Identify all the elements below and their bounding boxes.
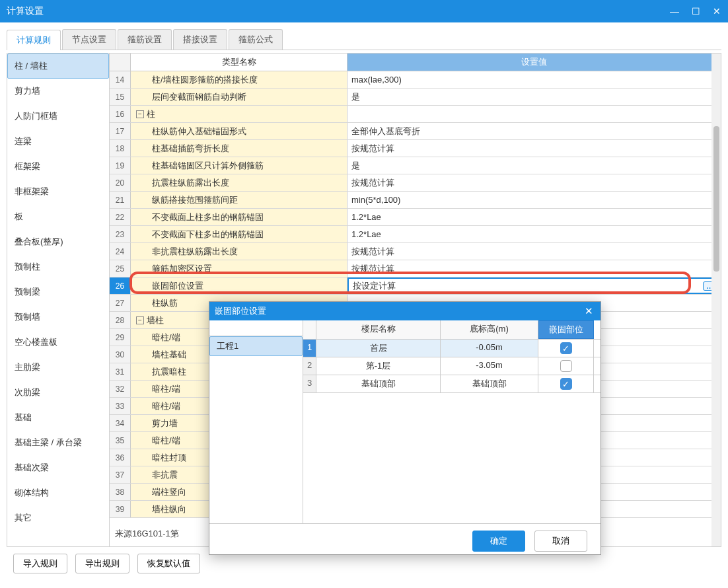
table-row[interactable]: 16−柱 [110, 106, 721, 123]
sidebar-item-13[interactable]: 次肋梁 [7, 380, 109, 405]
tab-0[interactable]: 计算规则 [7, 30, 61, 50]
rule-name-cell: 非抗震柱纵筋露出长度 [131, 243, 347, 260]
dialog-table-row[interactable]: 3基础顶部基础顶部✓ [303, 375, 601, 393]
tab-4[interactable]: 箍筋公式 [229, 29, 283, 50]
row-number: 36 [110, 449, 131, 466]
dialog-close-icon[interactable]: ✕ [582, 305, 595, 318]
row-number: 21 [110, 192, 131, 208]
table-row[interactable]: 23不变截面下柱多出的钢筋锚固1.2*Lae [110, 226, 721, 243]
rule-value-cell[interactable]: 1.2*Lae [347, 226, 721, 242]
dialog-table-row[interactable]: 2第-1层-3.05m [303, 357, 601, 375]
rule-value-cell[interactable]: 按规范计算 [347, 174, 721, 191]
dialog-titlebar: 嵌固部位设置 ✕ [209, 302, 601, 320]
tab-3[interactable]: 搭接设置 [173, 29, 227, 50]
dialog-cancel-button[interactable]: 取消 [534, 531, 587, 552]
row-number: 31 [110, 363, 131, 380]
sidebar-item-1[interactable]: 剪力墙 [7, 79, 109, 104]
scrollbar-thumb[interactable] [713, 126, 719, 272]
table-row[interactable]: 21纵筋搭接范围箍筋间距min(5*d,100) [110, 192, 721, 209]
table-row[interactable]: 20抗震柱纵筋露出长度按规范计算 [110, 174, 721, 192]
collapse-icon[interactable]: − [136, 316, 144, 324]
dialog-col-floor: 楼层名称 [316, 320, 441, 339]
sidebar-item-8[interactable]: 预制柱 [7, 254, 109, 279]
dialog-row-index: 2 [303, 357, 316, 375]
table-row[interactable]: 25箍筋加密区设置按规范计算 [110, 260, 721, 277]
table-row[interactable]: 24非抗震柱纵筋露出长度按规范计算 [110, 243, 721, 260]
rule-name-cell: −柱 [131, 106, 347, 122]
sidebar-item-0[interactable]: 柱 / 墙柱 [7, 54, 109, 79]
table-row[interactable]: 17柱纵筋伸入基础锚固形式全部伸入基底弯折 [110, 123, 721, 140]
sidebar-item-2[interactable]: 人防门框墙 [7, 104, 109, 129]
dialog-floor-checkbox-cell: ✓ [538, 375, 594, 392]
reset-default-button[interactable]: 恢复默认值 [137, 554, 200, 573]
dialog-project-item[interactable]: 工程1 [209, 336, 303, 356]
row-number: 34 [110, 415, 131, 431]
table-row[interactable]: 22不变截面上柱多出的钢筋锚固1.2*Lae [110, 209, 721, 226]
dialog-ok-button[interactable]: 确定 [472, 531, 525, 552]
checkbox-icon[interactable]: ✓ [560, 378, 572, 390]
scrollbar-track[interactable] [711, 54, 721, 546]
sidebar-item-12[interactable]: 主肋梁 [7, 355, 109, 380]
row-number: 22 [110, 209, 131, 225]
table-row[interactable]: 19柱基础锚固区只计算外侧箍筋是 [110, 157, 721, 174]
rule-value-cell[interactable]: 1.2*Lae [347, 209, 721, 225]
tab-1[interactable]: 节点设置 [62, 29, 116, 50]
rule-value-cell[interactable]: min(5*d,100) [347, 192, 721, 208]
close-icon[interactable]: ✕ [712, 7, 721, 16]
sidebar-item-11[interactable]: 空心楼盖板 [7, 330, 109, 355]
table-row[interactable]: 26嵌固部位设置按设定计算… [110, 277, 721, 295]
window-titlebar: 计算设置 — ☐ ✕ [0, 0, 728, 22]
sidebar-item-17[interactable]: 砌体结构 [7, 480, 109, 505]
row-number: 23 [110, 226, 131, 242]
column-header-value: 设置值 [347, 54, 721, 71]
dialog-row-index: 1 [303, 340, 316, 357]
sidebar-item-16[interactable]: 基础次梁 [7, 455, 109, 480]
sidebar-item-3[interactable]: 连梁 [7, 129, 109, 154]
sidebar-item-5[interactable]: 非框架梁 [7, 179, 109, 204]
export-rules-button[interactable]: 导出规则 [75, 554, 129, 573]
maximize-icon[interactable]: ☐ [691, 7, 700, 16]
window-controls: — ☐ ✕ [670, 7, 721, 16]
sidebar-item-18[interactable]: 其它 [7, 505, 109, 531]
dialog-table-row[interactable]: 1首层-0.05m✓ [303, 340, 601, 357]
table-row[interactable]: 14柱/墙柱圆形箍筋的搭接长度max(lae,300) [110, 71, 721, 89]
dialog-floor-table: 楼层名称 底标高(m) 嵌固部位 1首层-0.05m✓2第-1层-3.05m3基… [303, 320, 601, 523]
table-row[interactable]: 18柱基础插筋弯折长度按规范计算 [110, 140, 721, 157]
row-number: 33 [110, 398, 131, 414]
tab-2[interactable]: 箍筋设置 [118, 29, 172, 50]
sidebar-item-4[interactable]: 框架梁 [7, 154, 109, 179]
dialog-floor-name: 第-1层 [316, 357, 441, 375]
collapse-icon[interactable]: − [136, 110, 144, 118]
dialog-col-pos: 嵌固部位 [538, 320, 594, 339]
dialog-floor-name: 首层 [316, 340, 441, 357]
row-number: 25 [110, 260, 131, 277]
row-number: 16 [110, 106, 131, 122]
sidebar-item-14[interactable]: 基础 [7, 405, 109, 430]
sidebar-item-9[interactable]: 预制梁 [7, 279, 109, 305]
minimize-icon[interactable]: — [670, 7, 679, 16]
rule-value-cell[interactable] [347, 106, 721, 122]
checkbox-icon[interactable] [560, 360, 572, 372]
sidebar-item-6[interactable]: 板 [7, 204, 109, 229]
import-rules-button[interactable]: 导入规则 [13, 554, 67, 573]
sidebar-item-7[interactable]: 叠合板(整厚) [7, 229, 109, 254]
rule-value-cell[interactable]: 按规范计算 [347, 140, 721, 157]
row-number: 24 [110, 243, 131, 260]
checkbox-icon[interactable]: ✓ [560, 342, 572, 354]
rule-value-cell[interactable]: 按规范计算 [347, 243, 721, 260]
rule-value-cell[interactable]: 是 [347, 89, 721, 105]
row-number: 39 [110, 501, 131, 517]
table-row[interactable]: 15层间变截面钢筋自动判断是 [110, 89, 721, 106]
dialog-floor-elev: -0.05m [441, 340, 538, 357]
dialog-floor-elev: -3.05m [441, 357, 538, 375]
row-number: 37 [110, 466, 131, 483]
sidebar-item-10[interactable]: 预制墙 [7, 305, 109, 330]
row-number: 17 [110, 123, 131, 139]
sidebar-item-15[interactable]: 基础主梁 / 承台梁 [7, 430, 109, 455]
rule-value-cell[interactable]: 按设定计算… [347, 277, 721, 294]
rule-value-cell[interactable]: 全部伸入基底弯折 [347, 123, 721, 139]
rule-value-cell[interactable]: 按规范计算 [347, 260, 721, 277]
rule-value-cell[interactable]: max(lae,300) [347, 71, 721, 88]
rule-value-cell[interactable]: 是 [347, 157, 721, 174]
row-number: 29 [110, 329, 131, 346]
